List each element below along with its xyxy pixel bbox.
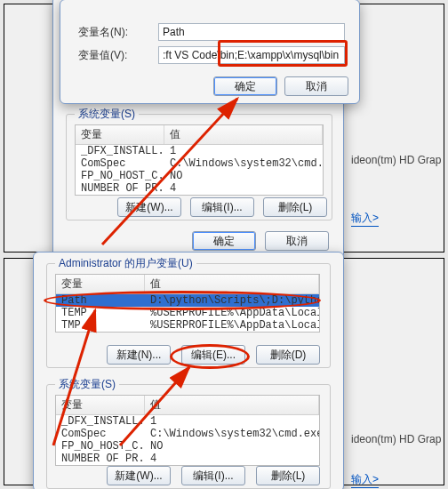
new-sysvar-button[interactable]: 新建(W)... [107,466,171,485]
table-row[interactable]: ComSpecC:\Windows\system32\cmd.exe [56,428,319,440]
cell-name: NUMBER OF PR.. [76,182,164,195]
label-variable-value: 变量值(V): [78,48,127,63]
table-row[interactable]: TMP%USERPROFILE%\AppData\Local\Temp [56,319,319,332]
cell-name: TMP [56,319,145,332]
table-row[interactable]: FP_NO_HOST_C..NO [76,170,323,182]
cancel-button[interactable]: 取消 [284,76,348,96]
envvars-ok-button[interactable]: 确定 [192,231,256,251]
edit-sysvar-button[interactable]: 编辑(I)... [190,197,254,217]
cell-value: %USERPROFILE%\AppData\Local\Temp [145,307,319,319]
col-name[interactable]: 变量 [56,275,145,293]
cell-value: D:\python\Scripts\;D:\python\;D.. [145,294,319,307]
group-user-variables-suffix: 的用户变量(U) [122,257,193,269]
table-header: 变量 值 [56,396,319,415]
table-row[interactable]: TEMP%USERPROFILE%\AppData\Local\Temp [56,307,319,319]
dialog-edit-variable: 变量名(N): Path 变量值(V): :ft VS Code\bin;E:\… [60,0,360,104]
table-row[interactable]: _DFX_INSTALL..1 [56,415,319,428]
group-system-variables-label: 系统变量(S) [75,107,139,122]
table-system-variables[interactable]: 变量 值 _DFX_INSTALL..1ComSpecC:\Windows\sy… [75,124,324,196]
delete-sysvar-button[interactable]: 删除(L) [256,466,320,485]
table-row[interactable]: _DFX_INSTALL..1 [76,145,323,157]
table-header: 变量 值 [56,275,319,294]
table-row[interactable]: FP_NO_HOST_C..NO [56,440,319,453]
table-row[interactable]: NUMBER OF PR..4 [56,453,319,465]
cell-value: %USERPROFILE%\AppData\Local\Temp [145,319,319,332]
delete-uservar-button[interactable]: 删除(D) [256,345,320,365]
input-variable-name-value: Path [163,26,185,38]
cell-value: C:\Windows\system32\cmd.exe [164,157,323,170]
input-variable-value-value: :ft VS Code\bin;E:\xampp\x\mysql\bin [163,49,339,61]
cell-value: NO [164,170,323,182]
bg-device-text: ideon(tm) HD Grap [351,154,441,166]
table-header: 变量 值 [76,125,323,145]
cell-name: ComSpec [56,428,145,440]
table-user-variables[interactable]: 变量 值 PathD:\python\Scripts\;D:\python\;D… [55,274,320,333]
cell-value: 1 [145,415,319,428]
col-value[interactable]: 值 [145,396,319,414]
group-user-variables-label: Administrator 的用户变量(U) [55,256,196,271]
table-row[interactable]: NUMBER OF PR..4 [76,182,323,195]
cell-value: C:\Windows\system32\cmd.exe [145,428,319,440]
cell-name: Path [56,294,145,307]
col-name[interactable]: 变量 [56,396,145,414]
table-row[interactable]: ComSpecC:\Windows\system32\cmd.exe [76,157,323,170]
cell-name: FP_NO_HOST_C.. [56,440,145,453]
cell-value: NO [145,440,319,453]
cell-name: FP_NO_HOST_C.. [76,170,164,182]
cell-name: ComSpec [76,157,164,170]
table-row[interactable]: PathD:\python\Scripts\;D:\python\;D.. [56,294,319,307]
screenshot-bottom: ideon(tm) HD Grap 输入> Administrator 的用户变… [4,258,444,485]
col-name[interactable]: 变量 [76,125,164,144]
edit-sysvar-button[interactable]: 编辑(I)... [181,466,245,485]
col-value[interactable]: 值 [145,275,319,293]
envvars-cancel-button[interactable]: 取消 [265,231,329,251]
cell-name: TEMP [56,307,145,319]
screenshot-top: ideon(tm) HD Grap 输入> 系统变量(S) 变量 值 _DFX_… [4,4,444,253]
delete-sysvar-button[interactable]: 删除(L) [263,197,327,217]
bg-input-link[interactable]: 输入> [351,211,379,227]
cell-value: 1 [164,145,323,157]
new-uservar-button[interactable]: 新建(N)... [107,345,171,365]
cell-value: 4 [164,182,323,195]
group-system-variables-label: 系统变量(S) [55,377,119,392]
cell-name: _DFX_INSTALL.. [56,415,145,428]
input-variable-name[interactable]: Path [158,23,345,41]
col-value[interactable]: 值 [164,125,323,144]
table-system-variables[interactable]: 变量 值 _DFX_INSTALL..1ComSpecC:\Windows\sy… [55,395,320,466]
cell-name: _DFX_INSTALL.. [76,145,164,157]
cell-value: 4 [145,453,319,465]
cell-name: NUMBER OF PR.. [56,453,145,465]
edit-uservar-button[interactable]: 编辑(E)... [181,345,245,365]
input-variable-value[interactable]: :ft VS Code\bin;E:\xampp\x\mysql\bin [158,46,345,64]
new-sysvar-button[interactable]: 新建(W)... [117,197,181,217]
dialog-env-vars: Administrator 的用户变量(U) 变量 值 PathD:\pytho… [33,252,344,489]
group-user-variables-admin: Administrator [59,257,122,269]
ok-button[interactable]: 确定 [213,76,277,96]
bg-device-text: ideon(tm) HD Grap [351,433,441,445]
bg-input-link[interactable]: 输入> [351,472,379,488]
label-variable-name: 变量名(N): [78,25,128,40]
